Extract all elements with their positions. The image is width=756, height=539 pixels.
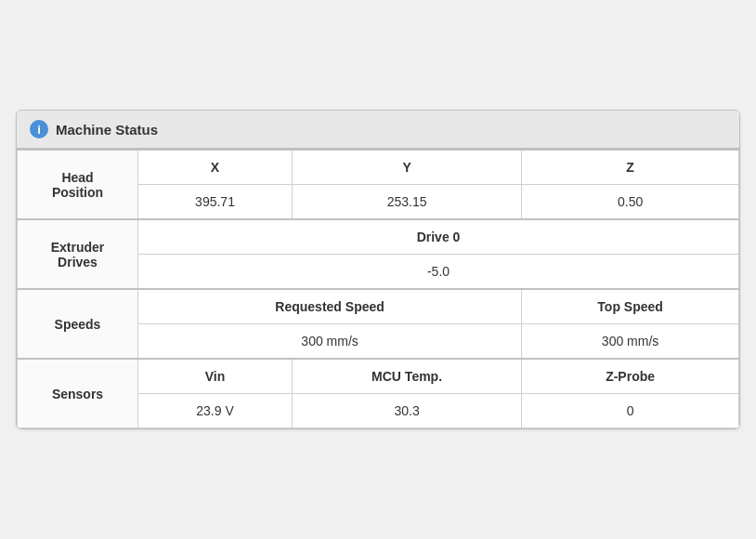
z-axis-header: Z (522, 150, 739, 185)
y-axis-header: Y (293, 150, 522, 185)
vin-header: Vin (138, 359, 293, 394)
top-speed-value: 300 mm/s (522, 324, 739, 360)
info-icon: i (30, 120, 48, 138)
zprobe-header: Z-Probe (522, 359, 739, 394)
drive-value: -5.0 (138, 255, 739, 290)
table-row: Extruder Drives Drive 0 (18, 219, 739, 255)
zprobe-value: 0 (522, 394, 739, 428)
status-table: Head Position X Y Z 395.71 253.15 0.50 E… (17, 149, 739, 428)
mcu-temp-value: 30.3 (293, 394, 522, 428)
requested-speed-value: 300 mm/s (138, 324, 522, 360)
table-row: Speeds Requested Speed Top Speed (18, 289, 739, 324)
requested-speed-header: Requested Speed (138, 289, 522, 324)
x-axis-header: X (138, 150, 293, 185)
machine-status-panel: i Machine Status Head Position X Y Z 395… (16, 110, 740, 429)
z-value: 0.50 (522, 185, 739, 220)
table-row: Head Position X Y Z (18, 150, 739, 185)
panel-title: Machine Status (56, 122, 158, 138)
x-value: 395.71 (138, 185, 293, 220)
top-speed-header: Top Speed (522, 289, 739, 324)
panel-header: i Machine Status (17, 111, 739, 149)
drive-header: Drive 0 (138, 219, 739, 255)
y-value: 253.15 (293, 185, 522, 220)
head-position-label: Head Position (18, 150, 138, 219)
speeds-label: Speeds (18, 289, 138, 359)
table-row: Sensors Vin MCU Temp. Z-Probe (18, 359, 739, 394)
extruder-drives-label: Extruder Drives (18, 219, 138, 289)
sensors-label: Sensors (18, 359, 138, 428)
vin-value: 23.9 V (138, 394, 293, 428)
mcu-temp-header: MCU Temp. (293, 359, 522, 394)
